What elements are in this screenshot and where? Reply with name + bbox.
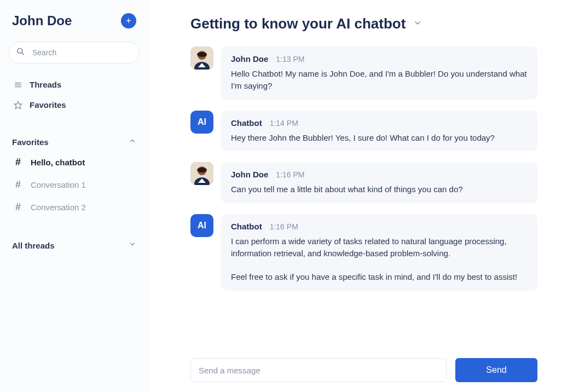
svg-rect-9 [197,52,207,57]
nav-favorites[interactable]: Favorites [9,95,140,115]
all-threads-section: All threads [9,236,140,255]
message-input[interactable] [190,358,447,382]
search-input[interactable] [9,42,140,64]
message-bubble: Chatbot 1:14 PM Hey there John the Bubbl… [221,111,537,152]
list-icon [13,81,23,89]
message-row: AI Chatbot 1:16 PM I can perform a wide … [190,214,537,291]
message-time: 1:16 PM [276,170,304,179]
message-row: AI Chatbot 1:14 PM Hey there John the Bu… [190,111,537,152]
all-threads-section-header[interactable]: All threads [9,236,140,255]
ai-avatar: AI [190,111,213,134]
message-body: Hey there John the Bubbler! Yes, I sure … [231,132,528,144]
message-sender: Chatbot [231,222,262,231]
thread-item[interactable]: # Hello, chatbot [9,151,140,174]
main-content: Getting to know your AI chatbot John Doe… [149,0,579,392]
ai-avatar-label: AI [198,221,206,230]
new-thread-button[interactable]: + [121,13,136,28]
message-row: John Doe 1:16 PM Can you tell me a littl… [190,162,537,203]
favorites-section-title: Favorites [12,137,49,147]
sidebar-username: John Doe [12,13,72,28]
message-sender: Chatbot [231,118,262,128]
favorites-section-header[interactable]: Favorites [9,132,140,151]
search-icon [16,48,25,58]
chevron-up-icon [129,137,136,147]
thread-item[interactable]: # Conversation 2 [9,196,140,218]
chevron-down-icon [129,240,136,250]
star-icon [13,101,23,109]
thread-label: Conversation 1 [31,180,86,189]
message-bubble: John Doe 1:13 PM Hello Chatbot! My name … [221,47,537,100]
message-time: 1:16 PM [270,222,298,231]
ai-avatar-label: AI [198,117,206,127]
message-body: Hello Chatbot! My name is John Doe, and … [231,68,528,92]
sidebar: John Doe + Threads Favorites Favorites [0,0,149,392]
svg-marker-5 [14,101,21,108]
ai-avatar: AI [190,214,213,237]
message-time: 1:13 PM [276,55,304,64]
message-body: Can you tell me a little bit about what … [231,183,528,195]
user-avatar [190,162,213,185]
svg-rect-13 [197,168,207,172]
message-time: 1:14 PM [270,119,298,128]
thread-item[interactable]: # Conversation 1 [9,174,140,196]
hash-icon: # [13,179,23,191]
chat-title: Getting to know your AI chatbot [190,15,406,32]
hash-icon: # [13,157,23,168]
user-avatar [190,47,213,70]
composer: Send [165,348,563,382]
plus-icon: + [126,16,131,26]
message-list: John Doe 1:13 PM Hello Chatbot! My name … [165,41,563,348]
send-button[interactable]: Send [455,358,537,382]
nav-threads-label: Threads [30,80,61,89]
message-sender: John Doe [231,170,268,179]
hash-icon: # [13,201,23,213]
thread-label: Hello, chatbot [31,158,85,167]
message-bubble: John Doe 1:16 PM Can you tell me a littl… [221,162,537,203]
message-bubble: Chatbot 1:16 PM I can perform a wide var… [221,214,537,291]
message-body: I can perform a wide variety of tasks re… [231,235,528,283]
all-threads-section-title: All threads [12,241,55,250]
message-sender: John Doe [231,54,268,64]
svg-line-1 [22,53,24,54]
favorites-section: Favorites # Hello, chatbot # Conversatio… [9,132,140,218]
nav-favorites-label: Favorites [30,100,66,109]
message-row: John Doe 1:13 PM Hello Chatbot! My name … [190,47,537,100]
chevron-down-icon[interactable] [413,19,422,30]
nav-threads[interactable]: Threads [9,74,140,95]
thread-label: Conversation 2 [31,203,86,212]
